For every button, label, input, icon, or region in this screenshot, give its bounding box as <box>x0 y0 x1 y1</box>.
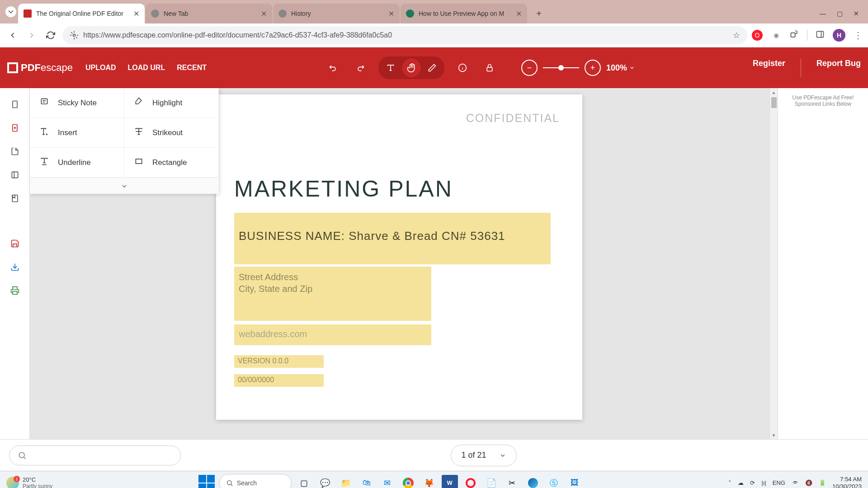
side-panel-icon[interactable] <box>816 30 825 41</box>
close-tab-icon[interactable]: ✕ <box>133 9 139 18</box>
zoom-in-button[interactable]: + <box>585 60 601 76</box>
tool-sticky-note[interactable]: Sticky Note <box>30 88 124 118</box>
recent-link[interactable]: RECENT <box>177 64 207 72</box>
maximize-window-icon[interactable]: ▢ <box>837 10 843 17</box>
onedrive-icon[interactable]: ☁ <box>738 479 744 486</box>
rail-save-button[interactable] <box>5 234 25 253</box>
highlighted-address[interactable]: Street Address City, State and Zip <box>234 267 431 321</box>
pdfescape-logo[interactable]: PDFescape <box>7 62 73 74</box>
start-button[interactable] <box>198 475 215 488</box>
rail-bookmark-button[interactable] <box>5 188 25 208</box>
vertical-scrollbar[interactable]: ▲ ▼ <box>769 88 778 439</box>
zoom-slider[interactable] <box>543 67 579 68</box>
info-button[interactable] <box>453 59 472 77</box>
rail-download-button[interactable] <box>5 257 25 277</box>
taskbar-search[interactable]: Search <box>219 474 292 488</box>
forward-button[interactable] <box>24 28 39 42</box>
pdf-page[interactable]: CONFIDENTIAL MARKETING PLAN BUSINESS NAM… <box>216 94 582 420</box>
minimize-window-icon[interactable]: — <box>820 10 826 17</box>
close-tab-icon[interactable]: ✕ <box>388 9 394 18</box>
tab-preview-app[interactable]: How to Use Preview App on M ✕ <box>401 4 527 23</box>
tab-pdfescape[interactable]: The Original Online PDF Editor ✕ <box>18 4 145 23</box>
rail-insert-button[interactable] <box>5 141 25 161</box>
workspace: Sticky Note Highlight Insert Strikeout U… <box>0 88 868 439</box>
document-search-input[interactable] <box>9 446 181 465</box>
tool-strikeout[interactable]: Strikeout <box>124 118 219 148</box>
bookmark-star-icon[interactable]: ☆ <box>733 30 740 40</box>
upload-link[interactable]: UPLOAD <box>85 64 116 72</box>
wifi-icon[interactable] <box>792 479 799 487</box>
photos-icon[interactable]: 🖼 <box>566 475 583 488</box>
tool-highlight[interactable]: Highlight <box>124 88 219 118</box>
scroll-thumb[interactable] <box>771 97 777 108</box>
firefox-icon[interactable]: 🦊 <box>421 475 437 488</box>
highlighted-date[interactable]: 00/00/0000 <box>234 374 324 387</box>
chat-icon[interactable]: 💬 <box>317 475 333 488</box>
clock[interactable]: 7:54 AM 10/30/2023 <box>832 476 862 488</box>
tray-chevron-icon[interactable]: ˄ <box>728 479 731 486</box>
snipping-tool-icon[interactable]: ✂ <box>504 475 520 488</box>
tool-underline[interactable]: Underline <box>30 148 124 178</box>
skype-icon[interactable]: Ⓢ <box>546 475 562 488</box>
rail-layout-button[interactable] <box>5 165 25 185</box>
redo-button[interactable] <box>351 59 369 77</box>
edge-icon[interactable] <box>525 475 541 488</box>
browser-menu-icon[interactable]: ⋮ <box>854 30 863 41</box>
load-url-link[interactable]: LOAD URL <box>128 64 165 72</box>
tool-insert[interactable]: Insert <box>30 118 124 148</box>
tools-expand-button[interactable] <box>30 178 219 194</box>
highlighted-version[interactable]: VERSION 0.0.0 <box>234 355 324 368</box>
bar-icon[interactable]: |ı| <box>761 479 766 486</box>
zoom-out-button[interactable]: − <box>521 60 538 76</box>
task-view-icon[interactable]: ▢ <box>296 475 312 488</box>
file-explorer-icon[interactable]: 📁 <box>338 475 354 488</box>
battery-icon[interactable]: 🔋 <box>819 479 826 486</box>
store-icon[interactable]: 🛍 <box>359 475 375 488</box>
windows-taskbar: 1 20°C Partly sunny Search ▢ 💬 📁 🛍 ✉ 🦊 W… <box>0 471 868 488</box>
close-tab-icon[interactable]: ✕ <box>516 9 522 18</box>
draw-mode-button[interactable] <box>423 58 442 77</box>
rail-pages-button[interactable] <box>5 94 25 114</box>
opera-icon[interactable] <box>462 475 479 488</box>
scroll-down-icon[interactable]: ▼ <box>770 431 778 439</box>
separator <box>801 59 801 77</box>
volume-icon[interactable]: 🔇 <box>805 479 812 486</box>
page-selector[interactable]: 1 of 21 <box>451 445 516 466</box>
weather-widget[interactable]: 1 20°C Partly sunny <box>6 476 52 488</box>
rail-print-button[interactable] <box>5 281 25 300</box>
lock-button[interactable] <box>481 59 499 77</box>
tab-new-tab[interactable]: New Tab ✕ <box>146 4 272 23</box>
close-window-icon[interactable]: ✕ <box>854 10 859 17</box>
profile-avatar[interactable]: H <box>833 29 845 42</box>
back-button[interactable] <box>5 28 20 42</box>
arrow-right-icon <box>27 31 36 40</box>
language-indicator[interactable]: ENG <box>773 479 785 486</box>
reload-button[interactable] <box>43 28 58 42</box>
sync-icon[interactable]: ⟳ <box>750 479 755 486</box>
hand-mode-button[interactable] <box>402 58 421 77</box>
undo-button[interactable] <box>324 59 342 77</box>
report-bug-link[interactable]: Report Bug <box>816 59 861 77</box>
extension-icon[interactable]: ◉ <box>771 30 782 41</box>
tab-search-dropdown[interactable] <box>5 6 16 17</box>
highlighted-web[interactable]: webaddress.com <box>234 324 431 345</box>
chrome-icon[interactable] <box>400 475 416 488</box>
new-tab-button[interactable]: + <box>532 6 546 21</box>
close-tab-icon[interactable]: ✕ <box>261 9 267 18</box>
register-link[interactable]: Register <box>753 59 785 77</box>
svg-rect-2 <box>817 31 824 37</box>
tab-history[interactable]: History ✕ <box>273 4 400 23</box>
tool-rectangle[interactable]: Rectangle <box>124 148 219 178</box>
mail-icon[interactable]: ✉ <box>379 475 396 488</box>
address-bar[interactable]: https://www.pdfescape.com/online-pdf-edi… <box>62 26 747 44</box>
notepad-icon[interactable]: 📄 <box>483 475 500 488</box>
extensions-puzzle-icon[interactable] <box>790 30 799 41</box>
opera-extension-icon[interactable]: O <box>752 30 763 41</box>
scroll-up-icon[interactable]: ▲ <box>770 88 778 96</box>
site-info-icon[interactable] <box>70 31 79 40</box>
zoom-percent-dropdown[interactable]: 100% <box>606 63 635 73</box>
highlighted-business-name[interactable]: BUSINESS NAME: Sharve & Bread CN# 53631 <box>234 213 551 264</box>
text-mode-button[interactable] <box>381 58 400 77</box>
rail-annotate-button[interactable] <box>5 118 25 138</box>
word-icon[interactable]: W <box>442 475 458 488</box>
